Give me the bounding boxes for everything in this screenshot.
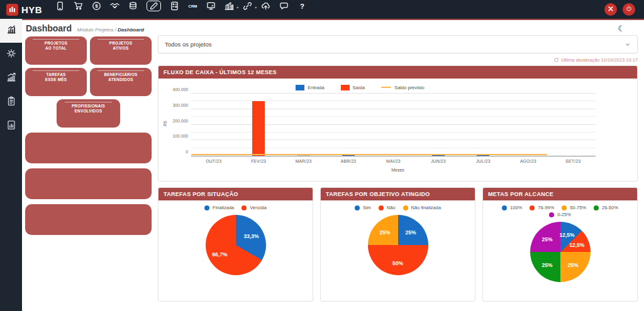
legend-item[interactable]: Sim xyxy=(355,205,371,210)
x-axis-tick: FEV/23 xyxy=(236,159,280,163)
legend-item[interactable]: 26-50% xyxy=(594,205,618,210)
sidebar-item-reports[interactable] xyxy=(0,114,22,138)
cashflow-panel-title: FLUXO DE CAIXA - ÚLTIMOS 12 MESES xyxy=(158,66,637,79)
legend-label: Não xyxy=(387,205,396,210)
app-logo[interactable]: HYB xyxy=(0,4,51,16)
pencil-icon xyxy=(147,1,161,11)
x-axis-tick: AGO/23 xyxy=(506,159,550,163)
dark-mode-toggle-icon[interactable]: ☾ xyxy=(618,24,625,33)
legend-label: 0-25% xyxy=(557,212,571,217)
menu-item-ajuda[interactable]: ? xyxy=(293,0,311,12)
pie-slice-label: 66,7% xyxy=(212,251,227,258)
legend-item[interactable]: Saída xyxy=(341,85,365,90)
x-axis-tick: SET/23 xyxy=(551,159,596,163)
menu-item-cont-bil[interactable] xyxy=(165,0,184,12)
topbar: HYB $CRM▾▾? xyxy=(0,0,644,19)
legend-label: 100% xyxy=(510,205,522,210)
legend-item[interactable]: Não finalizada xyxy=(403,205,441,210)
page-header: Dashboard Módulo Projetos / Dashboard ☾ xyxy=(26,23,639,35)
pie-charts-row: TAREFAS POR SITUAÇÃOFinalizadaVencida33,… xyxy=(158,187,638,302)
menu-item-cadastros[interactable] xyxy=(51,0,69,12)
kpi-column: PROJETOSAO TOTALPROJETOSATIVOSTAREFASESS… xyxy=(25,36,152,235)
sidebar-item-indicators[interactable] xyxy=(0,67,22,90)
cloud-upload-icon xyxy=(261,1,270,11)
legend-dot-swatch xyxy=(403,205,408,210)
menu-item-projetos[interactable] xyxy=(142,0,165,12)
legend-dot-swatch xyxy=(242,205,247,210)
y-axis-tick: 200.000 xyxy=(172,118,188,123)
chat-icon xyxy=(279,1,289,11)
crm-icon: CRM xyxy=(188,1,197,11)
cart-icon xyxy=(74,1,83,11)
menu-item-vendas[interactable]: $ xyxy=(87,0,106,12)
sidebar-item-tasks[interactable] xyxy=(0,90,22,114)
pie-slice-label: 25% xyxy=(567,262,578,268)
sidebar-item-dashboard[interactable] xyxy=(0,19,22,43)
legend-item[interactable]: 0-25% xyxy=(549,212,571,217)
bar-sada-fev23 xyxy=(252,101,265,156)
menu-item-doa-es[interactable] xyxy=(106,0,124,12)
pie-legend: 100%76-99%50-75%26-50%0-25% xyxy=(483,200,637,217)
legend-item[interactable]: Saldo previsto xyxy=(381,85,425,90)
legend-item[interactable]: Não xyxy=(379,205,396,210)
pie-slice-label: 25% xyxy=(405,229,416,236)
menu-item-financeiro[interactable] xyxy=(124,0,142,12)
legend-label: 76-99% xyxy=(538,205,554,210)
y-axis-tick: 0 xyxy=(186,150,188,154)
pie-graphic xyxy=(206,215,266,275)
legend-label: 50-75% xyxy=(570,205,586,210)
y-axis-tick: 400.000 xyxy=(172,87,188,92)
menu-item-compras[interactable] xyxy=(69,0,87,12)
sidebar-item-projects-settings[interactable] xyxy=(0,43,22,67)
project-filter-select[interactable]: Todos os projetos xyxy=(158,35,638,53)
power-button[interactable] xyxy=(623,3,635,16)
pie-slice-label: 12,5% xyxy=(569,242,584,248)
pie-slice-label: 25% xyxy=(541,236,552,243)
menu-item--reas[interactable]: ▾ xyxy=(220,0,238,12)
svg-text:$: $ xyxy=(95,3,98,9)
gridline xyxy=(191,93,596,94)
stat-card: PROFISSIONAISENVOLVIDOS xyxy=(57,99,120,128)
tools-icon xyxy=(607,5,614,14)
legend-item[interactable]: 50-75% xyxy=(562,205,586,210)
legend-swatch xyxy=(296,85,304,90)
pie-slice-label: 33,3% xyxy=(244,233,259,239)
tools-button[interactable] xyxy=(604,3,617,16)
x-axis-tick: MAR/23 xyxy=(281,159,326,163)
stat-label: PROJETOSAO TOTAL xyxy=(26,41,86,50)
breadcrumb-page: Dashboard xyxy=(118,27,144,33)
legend-label: Não finalizada xyxy=(411,205,441,210)
buildings-icon xyxy=(225,1,234,11)
menu-item-apoio[interactable]: ▾ xyxy=(238,0,257,12)
legend-dot-swatch xyxy=(502,205,507,210)
question-icon: ? xyxy=(297,1,307,11)
legend-dot-swatch xyxy=(530,205,535,210)
legend-item[interactable]: 100% xyxy=(502,205,522,210)
legend-label: Entrada xyxy=(308,85,324,90)
money-card-saldo xyxy=(25,204,152,235)
stat-label: BENEFICIÁRIOSATENDIDOS xyxy=(91,72,150,82)
legend-item[interactable]: Finalizada xyxy=(204,205,234,210)
legend-dot-swatch xyxy=(204,205,209,210)
pie-slice-label: 25% xyxy=(541,262,552,268)
coins-icon xyxy=(128,1,138,11)
tablet-icon xyxy=(55,1,65,11)
money-cards xyxy=(25,133,152,235)
pie-panel-tarefas-por-objetivo-atingido: TAREFAS POR OBJETIVO ATINGIDOSimNãoNão f… xyxy=(320,187,475,302)
stat-card: BENEFICIÁRIOSATENDIDOS xyxy=(90,68,152,96)
menu-item-meu-site[interactable] xyxy=(202,0,220,12)
pie-legend: SimNãoNão finalizada xyxy=(321,200,475,210)
stat-card: PROJETOSAO TOTAL xyxy=(25,36,87,65)
topbar-actions xyxy=(604,3,644,16)
legend-item[interactable]: Vencida xyxy=(242,205,267,210)
pie-graphic xyxy=(530,222,591,282)
legend-item[interactable]: Entrada xyxy=(296,85,324,90)
menu-item-crm[interactable]: CRM xyxy=(184,0,202,12)
top-menu: $CRM▾▾? xyxy=(51,0,311,19)
legend-item[interactable]: 76-99% xyxy=(530,205,554,210)
menu-item-hyb-drive[interactable] xyxy=(257,0,275,12)
menu-item-suporte[interactable] xyxy=(275,0,293,12)
legend-swatch xyxy=(341,85,350,90)
legend-dot-swatch xyxy=(562,205,567,210)
plot-area: 0100.000200.000300.000400.000 xyxy=(191,94,596,156)
